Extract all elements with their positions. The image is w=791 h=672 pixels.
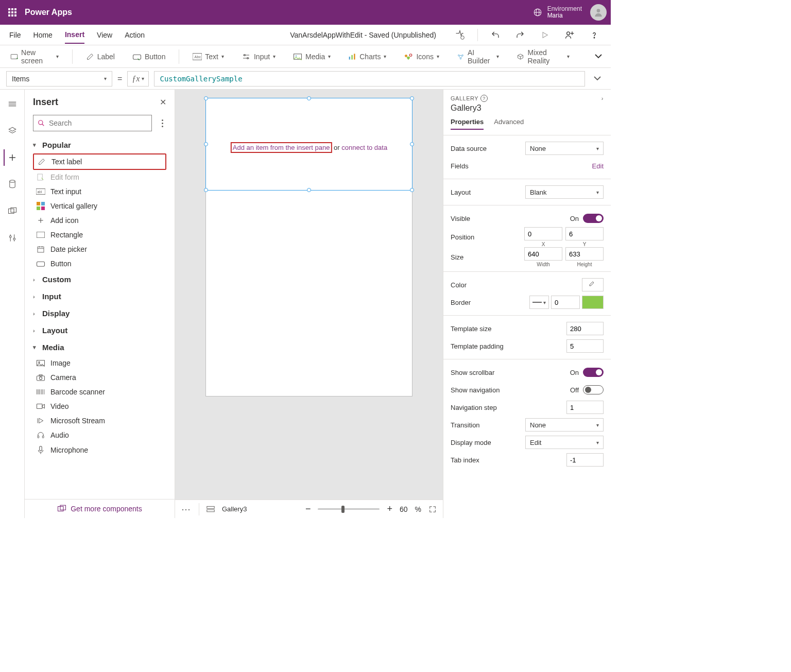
cat-popular[interactable]: ▾Popular bbox=[33, 136, 166, 153]
svg-point-60 bbox=[39, 361, 40, 363]
item-edit-form[interactable]: Edit form bbox=[33, 170, 166, 184]
item-date-picker[interactable]: Date picker bbox=[33, 242, 166, 256]
more-icon[interactable] bbox=[158, 119, 166, 127]
help-icon[interactable] bbox=[587, 28, 601, 42]
display-mode-select[interactable]: Edit▾ bbox=[525, 436, 604, 449]
panel-expand-icon[interactable]: › bbox=[601, 95, 604, 101]
color-picker[interactable] bbox=[582, 278, 604, 291]
breadcrumb[interactable]: Gallery3 bbox=[222, 505, 247, 513]
item-microphone[interactable]: Microphone bbox=[33, 442, 166, 458]
rail-media-icon[interactable] bbox=[4, 203, 21, 219]
zoom-slider[interactable] bbox=[318, 508, 380, 510]
ribbon-expand-icon[interactable] bbox=[592, 49, 605, 64]
transition-select[interactable]: None▾ bbox=[525, 418, 604, 432]
new-screen-button[interactable]: + New screen▾ bbox=[6, 46, 63, 67]
item-camera[interactable]: Camera bbox=[33, 370, 166, 385]
nav-step-input[interactable] bbox=[566, 401, 604, 414]
menu-home[interactable]: Home bbox=[33, 27, 53, 43]
artboard[interactable]: Add an item from the insert pane or conn… bbox=[205, 98, 412, 397]
environment-picker[interactable]: Environment Maria bbox=[533, 6, 582, 19]
border-width-input[interactable] bbox=[551, 296, 580, 309]
menu-action[interactable]: Action bbox=[125, 27, 145, 43]
template-padding-input[interactable] bbox=[566, 339, 604, 353]
hint-connect-link[interactable]: connect to data bbox=[341, 144, 387, 151]
play-icon[interactable] bbox=[538, 28, 552, 42]
gallery-selection[interactable]: Add an item from the insert pane or conn… bbox=[205, 98, 412, 191]
scrollbar-toggle[interactable] bbox=[583, 368, 604, 377]
redo-icon[interactable] bbox=[513, 28, 527, 42]
mixed-reality-menu[interactable]: Mixed Reality▾ bbox=[512, 46, 574, 67]
close-icon[interactable]: ✕ bbox=[160, 97, 166, 107]
item-video[interactable]: Video bbox=[33, 399, 166, 413]
rail-tree-icon[interactable] bbox=[4, 96, 21, 112]
menu-file[interactable]: File bbox=[9, 27, 21, 43]
size-w-input[interactable] bbox=[524, 247, 562, 261]
border-color-picker[interactable] bbox=[582, 296, 604, 309]
zoom-in[interactable]: + bbox=[387, 504, 392, 514]
item-barcode[interactable]: Barcode scanner bbox=[33, 385, 166, 399]
charts-menu[interactable]: Charts▾ bbox=[344, 50, 390, 63]
menu-view[interactable]: View bbox=[97, 27, 112, 43]
item-vertical-gallery[interactable]: Vertical gallery bbox=[33, 199, 166, 213]
help-badge-icon[interactable]: ? bbox=[480, 95, 488, 102]
button-icon bbox=[36, 260, 45, 267]
cat-input[interactable]: ›Input bbox=[33, 288, 166, 305]
pos-y-input[interactable] bbox=[565, 227, 604, 240]
label-template-padding: Template padding bbox=[451, 342, 504, 350]
size-h-input[interactable] bbox=[565, 247, 604, 261]
share-icon[interactable] bbox=[562, 28, 577, 42]
formula-expand-icon[interactable] bbox=[590, 76, 605, 81]
cat-layout[interactable]: ›Layout bbox=[33, 322, 166, 339]
tab-properties[interactable]: Properties bbox=[451, 118, 484, 130]
text-menu[interactable]: AbcText▾ bbox=[188, 50, 228, 63]
item-button[interactable]: Button bbox=[33, 256, 166, 271]
formula-input[interactable] bbox=[154, 71, 585, 87]
item-image[interactable]: Image bbox=[33, 356, 166, 370]
property-selector[interactable]: Items▾ bbox=[6, 71, 112, 87]
hint-insert-link[interactable]: Add an item from the insert pane bbox=[231, 142, 332, 153]
icons-menu[interactable]: Icons▾ bbox=[400, 50, 443, 63]
search-input[interactable] bbox=[33, 115, 152, 131]
cat-media[interactable]: ▾Media bbox=[33, 339, 166, 356]
layout-select[interactable]: Blank▾ bbox=[525, 185, 604, 199]
item-audio[interactable]: Audio bbox=[33, 428, 166, 442]
item-text-label[interactable]: Text label bbox=[33, 153, 166, 170]
edit-fields-link[interactable]: Edit bbox=[592, 162, 604, 170]
item-rectangle[interactable]: Rectangle bbox=[33, 228, 166, 242]
data-source-select[interactable]: None▾ bbox=[525, 142, 604, 155]
rail-insert-icon[interactable] bbox=[4, 149, 20, 166]
template-size-input[interactable] bbox=[566, 322, 604, 335]
item-text-input[interactable]: ablText input bbox=[33, 184, 166, 199]
fx-button[interactable]: ƒx▾ bbox=[127, 71, 149, 87]
menu-insert[interactable]: Insert bbox=[65, 26, 84, 44]
ai-builder-menu[interactable]: AI Builder▾ bbox=[453, 46, 503, 67]
rail-tools-icon[interactable] bbox=[4, 230, 21, 246]
visible-toggle[interactable] bbox=[583, 214, 604, 223]
avatar[interactable] bbox=[590, 4, 607, 21]
undo-icon[interactable] bbox=[488, 28, 503, 42]
button-button[interactable]: Button bbox=[128, 50, 169, 63]
cat-custom[interactable]: ›Custom bbox=[33, 271, 166, 288]
sliders-icon bbox=[242, 53, 251, 60]
cat-display[interactable]: ›Display bbox=[33, 305, 166, 322]
item-ms-stream[interactable]: Microsoft Stream bbox=[33, 413, 166, 428]
env-label: Environment bbox=[547, 6, 582, 12]
pos-x-input[interactable] bbox=[524, 227, 562, 240]
get-more-components[interactable]: Get more components bbox=[25, 499, 175, 518]
navigation-toggle[interactable] bbox=[583, 385, 604, 394]
fit-screen-icon[interactable] bbox=[428, 505, 437, 513]
zoom-out[interactable]: − bbox=[305, 504, 311, 514]
waffle-icon[interactable] bbox=[4, 4, 21, 21]
tab-index-input[interactable] bbox=[566, 453, 604, 467]
icons-icon bbox=[404, 53, 413, 61]
input-menu[interactable]: Input▾ bbox=[237, 50, 280, 63]
label-button[interactable]: Label bbox=[82, 50, 119, 63]
tab-advanced[interactable]: Advanced bbox=[494, 118, 524, 130]
canvas-more-icon[interactable]: ⋯ bbox=[181, 504, 192, 515]
rail-data-icon[interactable] bbox=[4, 176, 21, 193]
health-check-icon[interactable] bbox=[453, 28, 467, 42]
media-menu[interactable]: Media▾ bbox=[289, 50, 335, 63]
border-style-select[interactable]: ▾ bbox=[529, 296, 549, 309]
rail-layers-icon[interactable] bbox=[4, 123, 21, 139]
item-add-icon[interactable]: Add icon bbox=[33, 213, 166, 228]
